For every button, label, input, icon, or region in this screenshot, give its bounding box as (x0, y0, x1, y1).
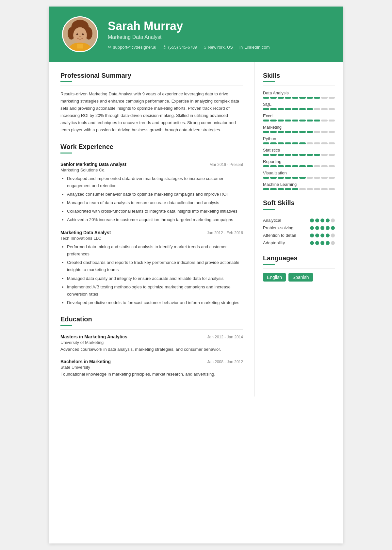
skill-segment-7-0 (263, 177, 269, 179)
contact-linkedin: in LinkedIn.com (239, 45, 270, 50)
skill-item-0: Data Analysis (263, 90, 335, 99)
skill-segment-8-8 (321, 188, 327, 190)
skill-segment-4-2 (278, 142, 284, 144)
skill-segment-1-6 (307, 108, 313, 110)
edu-date-1: Jan 2012 - Jan 2014 (207, 335, 243, 339)
skill-segment-2-8 (321, 120, 327, 121)
skill-segment-5-2 (278, 154, 284, 156)
education-divider (60, 329, 243, 330)
soft-skills-title: Soft Skills (263, 199, 335, 207)
skill-segment-4-6 (307, 142, 313, 144)
edu-date-2: Jan 2008 - Jan 2012 (207, 360, 243, 364)
edu-item-2: Bachelors in Marketing Jan 2008 - Jan 20… (60, 359, 243, 378)
skills-section: Skills Data AnalysisSQLExcelMarketingPyt… (263, 72, 335, 190)
soft-skill-name-0: Analytical (263, 218, 310, 223)
skill-segment-1-9 (329, 108, 335, 110)
skill-segment-2-7 (314, 120, 320, 121)
soft-skill-dots-3 (310, 241, 335, 245)
soft-skill-name-1: Problem-solving (263, 225, 310, 230)
skill-segment-6-3 (285, 165, 291, 167)
bullet-1-5: Achieved a 20% increase in customer acqu… (67, 216, 243, 223)
skill-segment-3-6 (307, 131, 313, 133)
header-section: Sarah Murray Marketing Data Analyst ✉ su… (49, 7, 343, 62)
edu-item-1: Masters in Marketing Analytics Jan 2012 … (60, 334, 243, 353)
dot-0-3 (326, 218, 330, 222)
skill-segment-0-7 (314, 97, 320, 99)
skills-divider (263, 86, 335, 86)
skill-segment-0-2 (278, 97, 284, 99)
dot-0-0 (310, 218, 314, 222)
skill-segment-2-9 (329, 120, 335, 121)
skill-segment-1-8 (321, 108, 327, 110)
skill-segment-2-2 (278, 120, 284, 121)
bullet-2-5: Developed predictive models to forecast … (67, 299, 243, 306)
skill-segment-5-0 (263, 154, 269, 156)
languages-underline (263, 264, 275, 265)
skill-item-1: SQL (263, 102, 335, 110)
skill-segment-6-5 (299, 165, 305, 167)
dot-2-3 (326, 234, 330, 237)
body-section: Professional Summary Results-driven Mark… (49, 62, 343, 396)
skill-item-6: Reporting (263, 159, 335, 167)
dot-1-2 (320, 226, 324, 230)
skill-segment-7-5 (299, 177, 305, 179)
dot-3-1 (315, 241, 319, 245)
skill-segment-7-4 (292, 177, 298, 179)
svg-point-4 (73, 27, 87, 43)
skill-name-8: Machine Learning (263, 182, 335, 187)
skill-segment-3-3 (285, 131, 291, 133)
skill-segment-8-1 (270, 188, 276, 190)
summary-text: Results-driven Marketing Data Analyst wi… (60, 90, 243, 134)
edu-degree-1: Masters in Marketing Analytics (60, 334, 127, 339)
summary-underline (60, 81, 72, 82)
dot-1-0 (310, 226, 314, 230)
dot-0-4 (331, 218, 335, 222)
skill-segment-1-2 (278, 108, 284, 110)
skill-segment-7-3 (285, 177, 291, 179)
bullet-2-4: Implemented A/B testing methodologies to… (67, 283, 243, 298)
bullet-1-1: Developed and implemented data-driven ma… (67, 175, 243, 189)
skill-segment-8-9 (329, 188, 335, 190)
dot-3-0 (310, 241, 314, 245)
skill-segment-6-8 (321, 165, 327, 167)
skill-segment-0-1 (270, 97, 276, 99)
skill-segment-5-5 (299, 154, 305, 156)
skills-underline (263, 81, 275, 82)
dot-3-3 (326, 241, 330, 245)
dot-1-3 (326, 226, 330, 230)
skill-item-4: Python (263, 136, 335, 144)
dot-3-4 (331, 241, 335, 245)
skill-segment-4-7 (314, 142, 320, 144)
skill-segment-8-7 (314, 188, 320, 190)
soft-skills-list: AnalyticalProblem-solvingAttention to de… (263, 218, 335, 245)
contact-list: ✉ support@cvdesigner.ai ✆ (555) 345-6789… (108, 45, 270, 50)
svg-rect-9 (77, 44, 83, 48)
work-experience-section: Work Experience Senior Marketing Data An… (60, 143, 243, 306)
skill-segment-4-0 (263, 142, 269, 144)
dot-2-0 (310, 234, 314, 237)
skill-segment-0-0 (263, 97, 269, 99)
job-header-1: Senior Marketing Data Analyst Mar 2016 -… (60, 162, 243, 167)
skill-segment-3-9 (329, 131, 335, 133)
edu-degree-2: Bachelors in Marketing (60, 359, 111, 364)
work-underline (60, 153, 72, 154)
languages-section: Languages English Spanish (263, 254, 335, 282)
soft-skill-item-1: Problem-solving (263, 225, 335, 230)
skills-list: Data AnalysisSQLExcelMarketingPythonStat… (263, 90, 335, 190)
edu-header-1: Masters in Marketing Analytics Jan 2012 … (60, 334, 243, 339)
skill-bar-5 (263, 154, 335, 156)
email-icon: ✉ (108, 45, 111, 50)
bullet-1-4: Collaborated with cross-functional teams… (67, 208, 243, 215)
dot-0-1 (315, 218, 319, 222)
education-section: Education Masters in Marketing Analytics… (60, 315, 243, 378)
skill-segment-8-5 (299, 188, 305, 190)
skill-segment-7-8 (321, 177, 327, 179)
skill-segment-1-7 (314, 108, 320, 110)
bullet-2-2: Created dashboards and reports to track … (67, 259, 243, 273)
skill-segment-0-9 (329, 97, 335, 99)
skill-item-2: Excel (263, 113, 335, 121)
skill-segment-6-6 (307, 165, 313, 167)
skill-segment-8-4 (292, 188, 298, 190)
location-icon: ⌂ (204, 45, 206, 50)
skill-bar-1 (263, 108, 335, 110)
